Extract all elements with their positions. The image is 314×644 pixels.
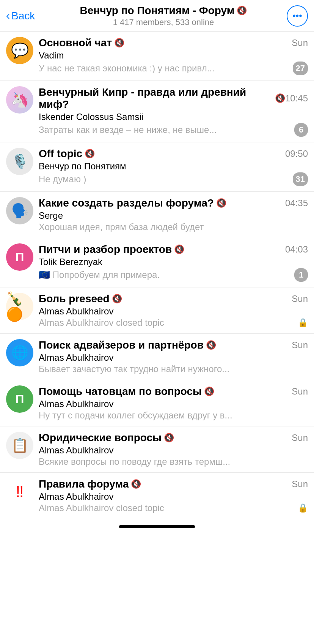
chat-sender: Vadim	[39, 50, 308, 61]
chat-item[interactable]: ППитчи и разбор проектов🔇04:03Tolik Bere…	[0, 238, 314, 287]
chat-name: Питчи и разбор проектов🔇	[39, 243, 184, 256]
chat-header-row: Off topic🔇09:50	[39, 148, 308, 160]
avatar: 🗣️	[6, 197, 33, 224]
mute-icon: 🔇	[85, 149, 95, 159]
chat-content: Питчи и разбор проектов🔇04:03Tolik Berez…	[39, 243, 308, 282]
chat-preview: Всякие вопросы по поводу где взять термш…	[39, 456, 308, 467]
chat-header-row: Основной чат🔇Sun	[39, 37, 308, 49]
chat-preview-row: Almas Abulkhairov closed topic🔒	[39, 317, 308, 328]
chat-name: Какие создать разделы форума?🔇	[39, 197, 226, 209]
chat-preview: Бывает зачастую так трудно найти нужного…	[39, 364, 308, 374]
avatar: 🍾🟠	[6, 293, 33, 320]
avatar: 🎙️	[6, 148, 33, 175]
mute-icon: 🔇	[206, 340, 216, 350]
chat-header-row: Юридические вопросы🔇Sun	[39, 432, 308, 444]
chat-preview-row: Затраты как и везде – не ниже, не выше..…	[39, 123, 308, 137]
chat-content: Боль preseed🔇SunAlmas AbulkhairovAlmas A…	[39, 293, 308, 328]
chat-sender: Almas Abulkhairov	[39, 352, 308, 363]
chat-name: Помощь чатовцам по вопросы🔇	[39, 385, 214, 398]
chat-preview: Ну тут с подачи коллег обсуждаем вдруг у…	[39, 410, 308, 421]
lock-icon: 🔒	[298, 318, 308, 328]
chat-header-row: Помощь чатовцам по вопросы🔇Sun	[39, 385, 308, 398]
chat-item[interactable]: 💬Основной чат🔇SunVadimУ нас не такая эко…	[0, 32, 314, 81]
unread-badge: 27	[293, 62, 308, 75]
chat-time: Sun	[292, 294, 308, 304]
avatar: 💬	[6, 37, 33, 64]
chat-name: Поиск адвайзеров и партнёров🔇	[39, 339, 216, 351]
chat-name: Юридические вопросы🔇	[39, 432, 174, 444]
chat-name: Венчурный Кипр - правда или древний миф?…	[39, 86, 285, 110]
chat-header-row: Боль preseed🔇Sun	[39, 293, 308, 305]
mute-icon: 🔇	[275, 93, 285, 103]
chevron-left-icon: ‹	[6, 10, 10, 21]
chat-item[interactable]: 🍾🟠Боль preseed🔇SunAlmas AbulkhairovAlmas…	[0, 287, 314, 334]
chat-content: Поиск адвайзеров и партнёров🔇SunAlmas Ab…	[39, 339, 308, 374]
mute-icon: 🔇	[114, 38, 124, 48]
chat-time: Sun	[292, 38, 308, 48]
more-options-button[interactable]: •••	[287, 5, 308, 27]
chat-preview-row: Бывает зачастую так трудно найти нужного…	[39, 364, 308, 374]
chat-time: Sun	[292, 340, 308, 350]
header-title: Венчур по Понятиям - Форум 🔇	[40, 5, 287, 17]
chat-time: 04:03	[285, 244, 308, 255]
chat-content: Венчурный Кипр - правда или древний миф?…	[39, 86, 308, 137]
chat-name: Правила форума🔇	[39, 478, 141, 490]
chat-preview-row: Ну тут с подачи коллег обсуждаем вдруг у…	[39, 410, 308, 421]
chat-time: Sun	[292, 479, 308, 489]
avatar: ‼️	[6, 478, 33, 505]
avatar: П	[6, 385, 33, 413]
chat-time: Sun	[292, 432, 308, 443]
avatar: 🦄	[6, 86, 33, 114]
chat-header-row: Поиск адвайзеров и партнёров🔇Sun	[39, 339, 308, 351]
chat-preview: Almas Abulkhairov closed topic	[39, 503, 298, 513]
chat-content: Правила форума🔇SunAlmas AbulkhairovAlmas…	[39, 478, 308, 513]
chat-name: Боль preseed🔇	[39, 293, 122, 305]
chat-content: Off topic🔇09:50Венчур по ПонятиямНе дума…	[39, 148, 308, 186]
back-label: Back	[11, 10, 35, 22]
chat-header-row: Венчурный Кипр - правда или древний миф?…	[39, 86, 308, 110]
chat-item[interactable]: 🗣️Какие создать разделы форума?🔇04:35Ser…	[0, 192, 314, 238]
lock-icon: 🔒	[298, 503, 308, 513]
chat-preview: У нас не такая экономика :) у нас привл.…	[39, 63, 290, 74]
chat-preview: 🇪🇺 Попробуем для примера.	[39, 270, 291, 280]
chat-time: 09:50	[285, 148, 308, 159]
avatar: П	[6, 243, 33, 271]
chat-item[interactable]: 📋Юридические вопросы🔇SunAlmas Abulkhairo…	[0, 426, 314, 473]
chat-preview: Almas Abulkhairov closed topic	[39, 317, 298, 328]
avatar: 🌐	[6, 339, 33, 366]
mute-icon: 🔇	[237, 6, 247, 16]
chat-sender: Serge	[39, 210, 308, 221]
chat-item[interactable]: 🌐Поиск адвайзеров и партнёров🔇SunAlmas A…	[0, 334, 314, 380]
chat-preview-row: Хорошая идея, прям база людей будет	[39, 222, 308, 232]
header-subtitle: 1 417 members, 533 online	[40, 17, 287, 27]
chat-item[interactable]: ППомощь чатовцам по вопросы🔇SunAlmas Abu…	[0, 380, 314, 426]
chat-list: 💬Основной чат🔇SunVadimУ нас не такая эко…	[0, 32, 314, 519]
chat-sender: Tolik Bereznyak	[39, 257, 308, 267]
header-center: Венчур по Понятиям - Форум 🔇 1 417 membe…	[40, 5, 287, 27]
chat-time: 10:45	[285, 93, 308, 104]
chat-item[interactable]: 🎙️Off topic🔇09:50Венчур по ПонятиямНе ду…	[0, 142, 314, 192]
more-icon: •••	[292, 11, 302, 21]
chat-content: Основной чат🔇SunVadimУ нас не такая экон…	[39, 37, 308, 75]
chat-sender: Almas Abulkhairov	[39, 306, 308, 317]
chat-name: Off topic🔇	[39, 148, 95, 160]
chat-content: Юридические вопросы🔇SunAlmas Abulkhairov…	[39, 432, 308, 467]
chat-item[interactable]: ‼️Правила форума🔇SunAlmas AbulkhairovAlm…	[0, 473, 314, 519]
chat-preview-row: Всякие вопросы по поводу где взять термш…	[39, 456, 308, 467]
chat-header-row: Какие создать разделы форума?🔇04:35	[39, 197, 308, 209]
unread-badge: 6	[294, 123, 308, 137]
mute-icon: 🔇	[112, 294, 122, 304]
chat-item[interactable]: 🦄Венчурный Кипр - правда или древний миф…	[0, 81, 314, 142]
chat-header-row: Питчи и разбор проектов🔇04:03	[39, 243, 308, 256]
back-button[interactable]: ‹ Back	[6, 10, 40, 22]
chat-preview-row: У нас не такая экономика :) у нас привл.…	[39, 62, 308, 75]
chat-content: Помощь чатовцам по вопросы🔇SunAlmas Abul…	[39, 385, 308, 421]
chat-time: 04:35	[285, 198, 308, 208]
chat-preview: Не думаю )	[39, 174, 290, 185]
chat-preview-row: Almas Abulkhairov closed topic🔒	[39, 503, 308, 513]
mute-icon: 🔇	[131, 479, 141, 489]
chat-sender: Almas Abulkhairov	[39, 445, 308, 456]
mute-icon: 🔇	[204, 387, 214, 396]
header: ‹ Back Венчур по Понятиям - Форум 🔇 1 41…	[0, 0, 314, 32]
chat-header-row: Правила форума🔇Sun	[39, 478, 308, 490]
